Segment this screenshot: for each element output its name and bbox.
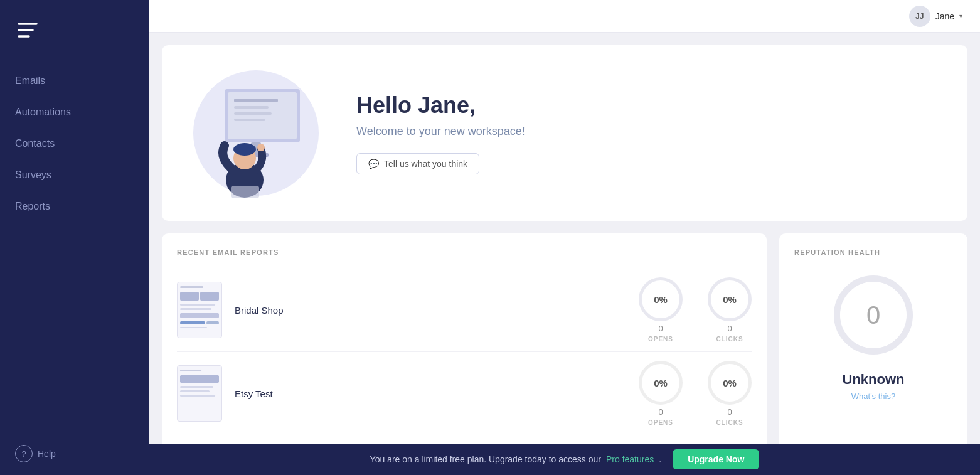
svg-point-14 xyxy=(233,143,256,156)
feedback-button[interactable]: 💬 Tell us what you think xyxy=(356,153,479,174)
svg-rect-6 xyxy=(234,99,278,102)
welcome-text: Hello Jane, Welcome to your new workspac… xyxy=(356,92,525,174)
report-stats: 0% 0 OPENS 0% 0 CLICKS xyxy=(639,277,752,343)
feedback-label: Tell us what you think xyxy=(384,159,467,169)
feedback-icon: 💬 xyxy=(368,159,379,169)
opens-circle: 0% xyxy=(639,361,683,405)
clicks-circle: 0% xyxy=(708,361,752,405)
report-name: Bridal Shop xyxy=(235,305,626,316)
opens-stat: 0% 0 OPENS xyxy=(639,277,683,343)
sidebar-item-automations[interactable]: Automations xyxy=(0,97,149,128)
reports-panel: RECENT EMAIL REPORTS xyxy=(162,233,767,444)
clicks-stat: 0% 0 CLICKS xyxy=(708,277,752,343)
sidebar-item-surveys[interactable]: Surveys xyxy=(0,159,149,191)
clicks-count: 0 xyxy=(727,407,732,417)
report-name: Etsy Test xyxy=(235,388,626,399)
pro-features-link[interactable]: Pro features xyxy=(606,454,654,464)
reputation-status: Unknown xyxy=(843,371,905,388)
report-stats: 0% 0 OPENS 0% 0 CLICKS xyxy=(639,361,752,426)
avatar: JJ xyxy=(909,6,930,27)
sidebar: Emails Automations Contacts Surveys Repo… xyxy=(0,0,149,475)
welcome-illustration xyxy=(193,64,319,202)
table-row: Etsy Test 0% 0 OPENS 0% 0 CLICKS xyxy=(177,352,752,435)
opens-stat: 0% 0 OPENS xyxy=(639,361,683,426)
table-row: Bridal Shop 0% 0 OPENS 0% 0 CLICKS xyxy=(177,269,752,352)
help-icon: ? xyxy=(15,445,33,462)
content-area: Hello Jane, Welcome to your new workspac… xyxy=(149,33,980,444)
clicks-label: CLICKS xyxy=(716,336,743,343)
reputation-title: REPUTATION HEALTH xyxy=(794,248,880,256)
user-name: Jane xyxy=(935,11,954,21)
sidebar-nav: Emails Automations Contacts Surveys Repo… xyxy=(0,65,149,432)
reputation-gauge: 0 xyxy=(829,271,917,359)
sidebar-item-contacts[interactable]: Contacts xyxy=(0,128,149,159)
report-thumbnail xyxy=(177,282,222,338)
sidebar-item-emails[interactable]: Emails xyxy=(0,65,149,97)
reputation-value: 0 xyxy=(866,301,880,329)
welcome-subtitle: Welcome to your new workspace! xyxy=(356,125,525,138)
upgrade-message: You are on a limited free plan. Upgrade … xyxy=(370,454,601,464)
chevron-down-icon: ▾ xyxy=(959,13,962,19)
opens-count: 0 xyxy=(658,324,663,333)
whats-this-link[interactable]: What's this? xyxy=(851,392,895,401)
upgrade-now-button[interactable]: Upgrade Now xyxy=(673,449,759,469)
clicks-circle: 0% xyxy=(708,277,752,321)
welcome-greeting: Hello Jane, xyxy=(356,92,525,119)
sidebar-item-reports[interactable]: Reports xyxy=(0,191,149,222)
clicks-stat: 0% 0 CLICKS xyxy=(708,361,752,426)
logo xyxy=(0,13,149,65)
opens-label: OPENS xyxy=(648,419,673,426)
help-label: Help xyxy=(38,449,56,459)
report-thumbnail xyxy=(177,365,222,422)
welcome-banner: Hello Jane, Welcome to your new workspac… xyxy=(162,45,967,221)
reputation-panel: REPUTATION HEALTH 0 Unknown What's this? xyxy=(779,233,967,444)
opens-label: OPENS xyxy=(648,336,673,343)
upgrade-bar: You are on a limited free plan. Upgrade … xyxy=(149,444,980,475)
svg-rect-8 xyxy=(234,112,272,115)
help-button[interactable]: ? Help xyxy=(0,432,149,475)
reports-panel-title: RECENT EMAIL REPORTS xyxy=(177,248,752,256)
user-menu[interactable]: JJ Jane ▾ xyxy=(909,6,962,27)
main-content: JJ Jane ▾ xyxy=(149,0,980,475)
svg-rect-9 xyxy=(234,119,265,121)
opens-circle: 0% xyxy=(639,277,683,321)
topbar: JJ Jane ▾ xyxy=(149,0,980,33)
clicks-count: 0 xyxy=(727,324,732,333)
svg-rect-16 xyxy=(231,186,259,198)
bottom-panels: RECENT EMAIL REPORTS xyxy=(162,233,967,444)
clicks-label: CLICKS xyxy=(716,419,743,426)
svg-point-15 xyxy=(257,144,265,151)
svg-rect-7 xyxy=(234,106,269,109)
opens-count: 0 xyxy=(658,407,663,417)
